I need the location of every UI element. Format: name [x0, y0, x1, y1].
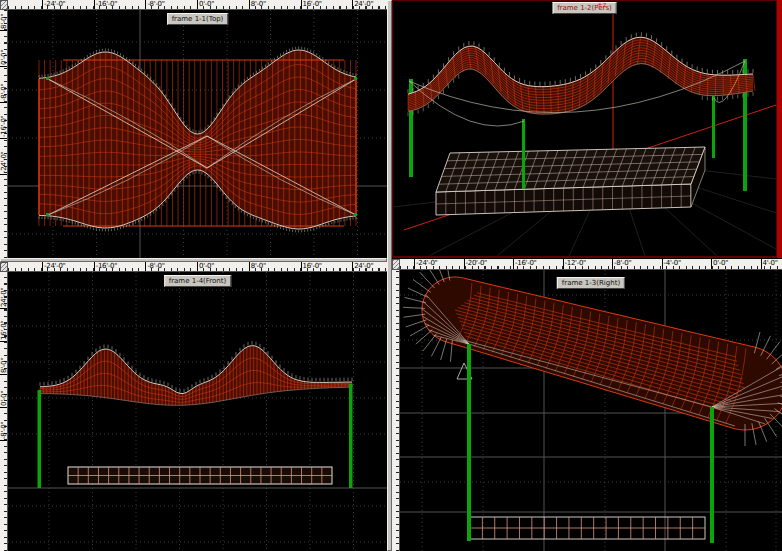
ruler-major-tick [301, 262, 302, 271]
ruler-major-tick [0, 308, 7, 309]
ruler-major-tick [563, 259, 564, 269]
ruler-label: -8'-0" [147, 263, 164, 270]
ruler-major-tick [94, 0, 95, 9]
viewport-top-canvas[interactable]: frame 1-1(Top) [8, 10, 387, 258]
ruler-label: 0'-0" [199, 263, 214, 270]
ruler-major-tick [0, 374, 7, 375]
vertical-splitter[interactable] [387, 0, 392, 551]
z-axis-label: +z [597, 1, 607, 9]
ruler-label: 0'-0" [713, 260, 728, 267]
ruler-label: 8'-0" [251, 1, 266, 8]
front-view-drawing [8, 272, 387, 551]
ruler-label: -8'-0" [147, 1, 164, 8]
active-viewport-border-bottom [392, 256, 782, 258]
ruler-major-tick [464, 259, 465, 269]
ruler-label: -24'-0" [1, 152, 8, 173]
ruler-major-tick [249, 262, 250, 271]
vertical-ruler [392, 270, 400, 551]
ruler-label: 4'-0" [763, 260, 778, 267]
ruler-major-tick [0, 30, 7, 31]
perspective-view-drawing [393, 1, 776, 256]
ruler-major-tick [145, 262, 146, 271]
ruler-major-tick [0, 407, 7, 408]
ruler-major-tick [662, 259, 663, 269]
ruler-major-tick [414, 259, 415, 269]
ruler-major-tick [42, 262, 43, 271]
ruler-label: -16'-0" [96, 263, 117, 270]
viewport-title[interactable]: frame 1-1(Top) [167, 13, 229, 25]
ruler-major-tick [197, 0, 198, 9]
ruler-label: 8'-0" [251, 263, 266, 270]
viewport-title-active[interactable]: frame 1-2(Pers) [552, 2, 617, 14]
viewport-title[interactable]: frame 1-3(Right) [557, 277, 625, 289]
active-viewport-border-top [392, 0, 782, 1]
ruler-label: -24'-0" [416, 260, 437, 267]
ruler-major-tick [42, 0, 43, 9]
ruler-major-tick [0, 440, 7, 441]
ruler-label: -8'-0" [614, 260, 631, 267]
ruler-origin-box[interactable] [0, 262, 8, 272]
active-viewport-border-right[interactable] [777, 0, 782, 258]
ruler-major-tick [197, 262, 198, 271]
ruler-label: -8'-0" [1, 422, 8, 439]
ruler-major-tick [352, 0, 353, 9]
viewport-title[interactable]: frame 1-4(Front) [164, 275, 232, 287]
ruler-major-tick [352, 262, 353, 271]
ruler-major-tick [0, 66, 7, 67]
ruler-label: 16'-0" [303, 263, 322, 270]
ruler-major-tick [145, 0, 146, 9]
viewport-pers-canvas[interactable]: frame 1-2(Pers) +z [393, 1, 776, 256]
right-view-drawing [400, 270, 782, 551]
ruler-major-tick [761, 259, 762, 269]
ruler-major-tick [301, 0, 302, 9]
viewport-front-canvas[interactable]: frame 1-4(Front) [8, 272, 387, 551]
ruler-major-tick [711, 259, 712, 269]
ruler-label: 0'-0" [1, 391, 8, 406]
ruler-label: 24'-0" [354, 263, 373, 270]
ruler-label: -12'-0" [565, 260, 586, 267]
ruler-major-tick [0, 341, 7, 342]
ruler-label: -20'-0" [466, 260, 487, 267]
cad-multiview-window: -24'-0"-16'-0"-8'-0"0'-0"8'-0"16'-0"24'-… [0, 0, 782, 551]
ruler-major-tick [94, 262, 95, 271]
horizontal-ruler: -24'-0"-20'-0"-16'-0"-12'-0"-8'-0"-4'-0"… [400, 259, 782, 270]
ruler-major-tick [612, 259, 613, 269]
ruler-major-tick [513, 259, 514, 269]
vertical-ruler: 8'-0"0'-0"-8'-0"-16'-0"-24'-0" [0, 10, 8, 258]
ruler-label: 8'-0" [1, 358, 8, 373]
ruler-major-tick [0, 102, 7, 103]
ruler-label: 0'-0" [199, 1, 214, 8]
ruler-label: 0'-0" [1, 50, 8, 65]
ruler-label: -16'-0" [1, 116, 8, 137]
ruler-label: -24'-0" [44, 1, 65, 8]
ruler-label: -8'-0" [1, 84, 8, 101]
top-view-drawing [8, 10, 387, 258]
horizontal-splitter[interactable] [0, 258, 387, 262]
ruler-label: 16'-0" [303, 1, 322, 8]
ruler-major-tick [0, 138, 7, 139]
ruler-label: 24'-0" [1, 288, 8, 307]
ruler-label: -4'-0" [664, 260, 681, 267]
ruler-major-tick [249, 0, 250, 9]
ruler-origin-box[interactable] [0, 0, 8, 10]
ruler-label: -16'-0" [515, 260, 536, 267]
ruler-origin-box[interactable] [392, 259, 400, 270]
viewport-right-canvas[interactable]: frame 1-3(Right) [400, 270, 782, 551]
ruler-label: 8'-0" [1, 14, 8, 29]
ruler-label: 16'-0" [1, 321, 8, 340]
ruler-major-tick [0, 174, 7, 175]
active-viewport-border-left [392, 0, 393, 258]
ruler-label: -24'-0" [44, 263, 65, 270]
ruler-label: 24'-0" [354, 1, 373, 8]
horizontal-ruler: -24'-0"-16'-0"-8'-0"0'-0"8'-0"16'-0"24'-… [8, 262, 387, 272]
horizontal-ruler: -24'-0"-16'-0"-8'-0"0'-0"8'-0"16'-0"24'-… [8, 0, 387, 10]
ruler-label: -16'-0" [96, 1, 117, 8]
vertical-ruler: 24'-0"16'-0"8'-0"0'-0"-8'-0" [0, 272, 8, 551]
